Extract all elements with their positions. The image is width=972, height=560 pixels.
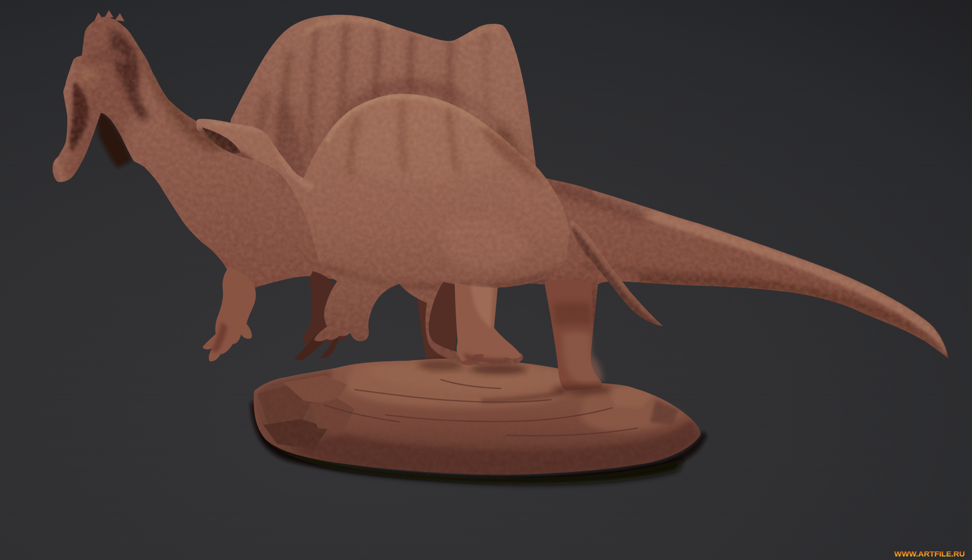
svg-text:WWW.ARTFILE.RU: WWW.ARTFILE.RU — [894, 549, 964, 558]
